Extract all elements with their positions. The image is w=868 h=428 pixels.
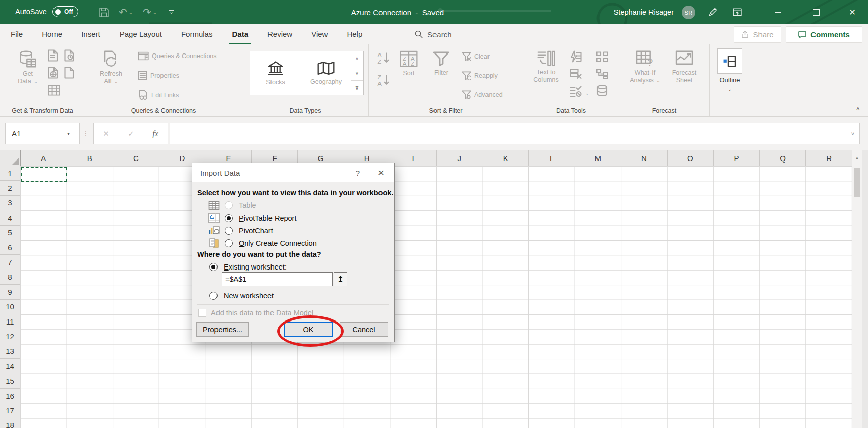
row-header-11[interactable]: 11 — [0, 314, 20, 329]
column-header-k[interactable]: K — [482, 150, 529, 166]
sort-descending-icon[interactable]: ZA — [377, 74, 391, 87]
cancel-button[interactable]: Cancel — [340, 322, 388, 337]
flash-fill-icon[interactable] — [570, 50, 582, 63]
column-header-r[interactable]: R — [806, 150, 852, 166]
vertical-scrollbar[interactable]: ▲ — [852, 150, 862, 428]
formula-input[interactable] — [170, 129, 846, 138]
relationships-icon[interactable] — [596, 69, 608, 79]
column-header-n[interactable]: N — [621, 150, 668, 166]
column-header-j[interactable]: J — [437, 150, 483, 166]
stocks-data-type[interactable]: Stocks — [250, 51, 301, 95]
get-data-button[interactable]: GetData ⌄ — [12, 50, 43, 86]
ribbon-tab-file[interactable]: File — [1, 24, 32, 44]
enter-entry-icon[interactable]: ✓ — [128, 129, 134, 138]
row-header-16[interactable]: 16 — [0, 389, 20, 403]
scroll-up-button[interactable]: ▲ — [852, 150, 862, 166]
properties-dialog-button[interactable]: Properties... — [196, 322, 249, 337]
name-box-input[interactable] — [6, 129, 64, 138]
formula-bar[interactable]: ˅ — [170, 123, 860, 144]
edit-links-button[interactable]: Edit Links — [138, 90, 179, 100]
range-selector-button[interactable]: ↥ — [334, 272, 347, 286]
ribbon-tab-data[interactable]: Data — [222, 24, 258, 44]
ribbon-tab-review[interactable]: Review — [258, 24, 302, 44]
ribbon-tab-page-layout[interactable]: Page Layout — [110, 24, 172, 44]
cancel-entry-icon[interactable]: ✕ — [103, 129, 110, 138]
column-header-l[interactable]: L — [529, 150, 575, 166]
clear-filter-button[interactable]: Clear — [462, 51, 490, 61]
ribbon-display-options-button[interactable] — [727, 0, 748, 24]
from-web-icon[interactable] — [46, 67, 59, 79]
row-header-17[interactable]: 17 — [0, 403, 20, 418]
name-box-dropdown-icon[interactable]: ▾ — [67, 131, 70, 136]
gallery-down-button[interactable]: ˅ — [351, 66, 363, 81]
ribbon-tab-view[interactable]: View — [302, 24, 337, 44]
existing-connections-icon[interactable] — [47, 85, 61, 96]
ribbon-tab-formulas[interactable]: Formulas — [172, 24, 223, 44]
sort-ascending-icon[interactable]: AZ — [377, 51, 391, 65]
reapply-filter-button[interactable]: Reapply — [462, 71, 498, 80]
refresh-all-button[interactable]: RefreshAll ⌄ — [94, 50, 128, 86]
row-header-14[interactable]: 14 — [0, 359, 20, 373]
gallery-more-button[interactable]: ⊽ — [351, 81, 363, 95]
new-worksheet-radio[interactable] — [209, 292, 218, 300]
share-button[interactable]: Share — [734, 26, 781, 43]
forecast-sheet-button[interactable]: ForecastSheet — [668, 50, 701, 84]
column-header-a[interactable]: A — [21, 150, 67, 166]
manage-data-model-icon[interactable] — [596, 85, 608, 97]
pivotchart-radio[interactable] — [225, 227, 233, 235]
row-header-9[interactable]: 9 — [0, 285, 20, 299]
from-text-file-icon[interactable] — [46, 49, 59, 62]
row-header-3[interactable]: 3 — [0, 196, 20, 210]
column-header-o[interactable]: O — [668, 150, 714, 166]
recent-sources-icon[interactable] — [63, 49, 75, 62]
row-header-2[interactable]: 2 — [0, 181, 20, 195]
column-header-m[interactable]: M — [575, 150, 622, 166]
only-create-connection-radio[interactable] — [225, 239, 233, 247]
remove-duplicates-icon[interactable] — [570, 68, 582, 80]
advanced-filter-button[interactable]: Advanced — [462, 90, 503, 99]
sort-button[interactable]: Sort — [395, 50, 422, 77]
name-box[interactable]: ▾ — [5, 123, 80, 144]
row-header-6[interactable]: 6 — [0, 240, 20, 255]
row-header-15[interactable]: 15 — [0, 373, 20, 388]
outline-button[interactable]: Outline ⌄ — [716, 48, 744, 93]
maximize-button[interactable] — [805, 0, 827, 24]
dialog-help-button[interactable]: ? — [348, 169, 368, 177]
filter-button[interactable]: Filter — [427, 50, 455, 77]
location-input[interactable] — [222, 272, 333, 286]
ribbon-tab-home[interactable]: Home — [32, 24, 72, 44]
minimize-button[interactable] — [767, 0, 788, 24]
column-header-b[interactable]: B — [67, 150, 114, 166]
column-header-c[interactable]: C — [113, 150, 159, 166]
ribbon-tab-help[interactable]: Help — [337, 24, 372, 44]
row-header-7[interactable]: 7 — [0, 255, 20, 270]
consolidate-icon[interactable] — [596, 51, 608, 62]
row-header-8[interactable]: 8 — [0, 270, 20, 285]
properties-button[interactable]: Properties — [138, 71, 179, 80]
user-avatar[interactable]: SR — [682, 6, 695, 19]
column-header-p[interactable]: P — [714, 150, 760, 166]
from-table-range-icon[interactable] — [63, 67, 75, 79]
insert-function-icon[interactable]: fx — [152, 129, 158, 138]
search-control[interactable]: Search — [415, 24, 452, 44]
data-validation-icon[interactable] — [570, 86, 582, 98]
row-header-13[interactable]: 13 — [0, 344, 20, 359]
select-all-corner[interactable] — [0, 150, 21, 167]
expand-formula-bar-icon[interactable]: ˅ — [846, 131, 859, 137]
row-header-18[interactable]: 18 — [0, 418, 20, 428]
ink-pen-button[interactable] — [701, 0, 723, 24]
dialog-close-button[interactable]: ✕ — [368, 168, 394, 178]
ribbon-tab-insert[interactable]: Insert — [72, 24, 110, 44]
text-to-columns-button[interactable]: Text toColumns — [530, 50, 562, 84]
close-button[interactable]: ✕ — [842, 0, 863, 24]
user-name[interactable]: Stephanie Risager — [614, 0, 674, 24]
collapse-ribbon-button[interactable]: ˄ — [856, 105, 860, 113]
row-header-5[interactable]: 5 — [0, 226, 20, 240]
data-validation-dropdown-icon[interactable]: ⌄ — [585, 91, 589, 96]
row-header-4[interactable]: 4 — [0, 210, 20, 225]
grid-cells[interactable] — [20, 166, 852, 428]
what-if-analysis-button[interactable]: What-IfAnalysis ⌄ — [628, 50, 662, 85]
geography-data-type[interactable]: Geography — [301, 51, 351, 95]
gallery-up-button[interactable]: ˄ — [351, 51, 363, 66]
queries-connections-button[interactable]: Queries & Connections — [138, 51, 217, 61]
